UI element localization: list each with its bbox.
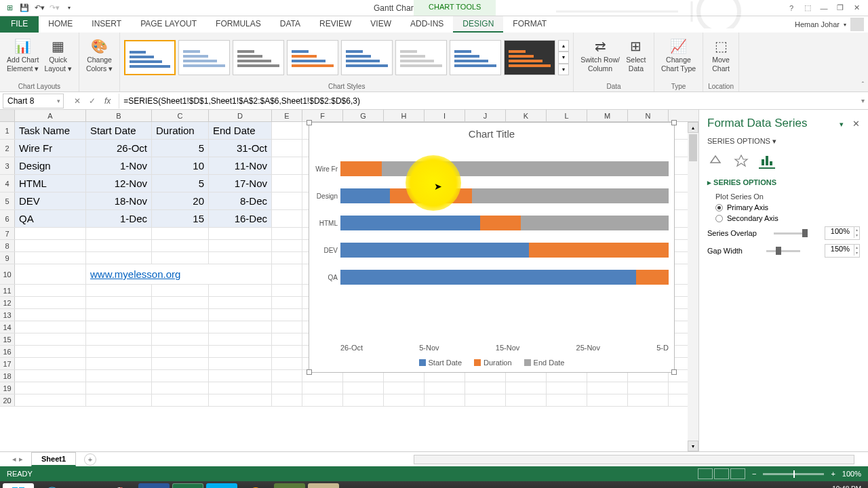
cell[interactable]: [209, 297, 272, 308]
series-startdate-bar[interactable]: [340, 243, 529, 258]
ribbon-options-icon[interactable]: ⬚: [800, 2, 815, 14]
cell[interactable]: [272, 382, 302, 394]
styles-scroll-up-icon[interactable]: ▴: [558, 40, 569, 52]
sheet-nav-prev-icon[interactable]: ◂: [12, 455, 16, 464]
cell[interactable]: [152, 321, 209, 333]
tab-design[interactable]: DESIGN: [453, 16, 503, 33]
row-header[interactable]: 13: [0, 309, 15, 321]
cell[interactable]: [152, 285, 209, 296]
zoom-in-icon[interactable]: +: [831, 470, 835, 478]
expand-formula-bar-icon[interactable]: ▾: [857, 97, 868, 104]
row-header[interactable]: 12: [0, 297, 15, 308]
hyperlink-cell[interactable]: www.myelesson.org: [86, 264, 272, 284]
sheet-tab-sheet1[interactable]: Sheet1: [31, 452, 76, 466]
select-data-button[interactable]: ⊞ Select Data: [623, 35, 650, 74]
cell[interactable]: [209, 394, 272, 406]
cell[interactable]: [152, 252, 209, 264]
cell[interactable]: 20: [152, 192, 209, 209]
cell[interactable]: [587, 394, 628, 406]
taskbar-chrome-icon[interactable]: [104, 483, 136, 488]
row-header[interactable]: 18: [0, 370, 15, 382]
row-header[interactable]: 2: [0, 140, 15, 157]
cell[interactable]: [272, 309, 302, 321]
styles-expand-icon[interactable]: ▾: [558, 64, 569, 75]
cell[interactable]: [15, 394, 86, 406]
primary-axis-radio[interactable]: Primary Axis: [715, 203, 860, 211]
cell[interactable]: [272, 228, 302, 239]
chart-style-3[interactable]: [233, 40, 284, 75]
tray-clock[interactable]: 10:48 PM10/28/2013: [827, 485, 865, 488]
cell[interactable]: End Date: [209, 122, 272, 139]
series-duration-bar[interactable]: [340, 161, 382, 176]
column-header[interactable]: M: [587, 110, 628, 121]
cell[interactable]: [628, 394, 669, 406]
enter-formula-icon[interactable]: ✓: [85, 96, 99, 106]
cell[interactable]: [209, 346, 272, 357]
cell[interactable]: [209, 321, 272, 333]
cell[interactable]: [384, 394, 425, 406]
cell[interactable]: [86, 333, 152, 345]
chart-style-8[interactable]: [504, 40, 555, 75]
scroll-up-icon[interactable]: ▴: [688, 122, 698, 133]
cell[interactable]: [15, 346, 86, 357]
gap-width-slider[interactable]: [766, 250, 800, 252]
row-header[interactable]: 15: [0, 333, 15, 345]
row-header[interactable]: 11: [0, 285, 15, 296]
cell[interactable]: [272, 122, 302, 139]
cell[interactable]: Design: [15, 157, 86, 174]
chart-style-7[interactable]: [450, 40, 501, 75]
cell[interactable]: HTML: [15, 175, 86, 192]
tab-insert[interactable]: INSERT: [82, 16, 131, 33]
series-enddate-bar[interactable]: [472, 188, 669, 203]
cell[interactable]: [86, 370, 152, 382]
page-break-view-icon[interactable]: [730, 468, 745, 479]
cell[interactable]: 26-Oct: [86, 140, 152, 157]
cell[interactable]: [209, 370, 272, 382]
restore-icon[interactable]: ❐: [833, 2, 848, 14]
series-startdate-bar[interactable]: [340, 216, 480, 230]
select-all-button[interactable]: [0, 110, 15, 121]
cell[interactable]: [15, 240, 86, 251]
chart-style-4[interactable]: [287, 40, 338, 75]
cell[interactable]: [343, 382, 384, 394]
cell[interactable]: Duration: [152, 122, 209, 139]
cell[interactable]: 18-Nov: [86, 192, 152, 209]
chart-style-1[interactable]: [124, 40, 176, 75]
cell[interactable]: 15: [152, 210, 209, 227]
taskbar-ie-icon[interactable]: ⓔ: [37, 483, 68, 488]
secondary-axis-radio[interactable]: Secondary Axis: [715, 214, 860, 222]
row-header[interactable]: 14: [0, 321, 15, 333]
cell[interactable]: QA: [15, 210, 86, 227]
row-header[interactable]: 6: [0, 210, 15, 227]
close-icon[interactable]: ✕: [849, 2, 864, 14]
cell[interactable]: [272, 321, 302, 333]
cell[interactable]: [15, 228, 86, 239]
cell[interactable]: 17-Nov: [209, 175, 272, 192]
cell[interactable]: [209, 252, 272, 264]
series-duration-bar[interactable]: [480, 216, 521, 230]
x-axis[interactable]: 26-Oct 5-Nov 15-Nov 25-Nov 5-D: [340, 344, 669, 352]
cell[interactable]: [15, 264, 86, 284]
chart-style-5[interactable]: [341, 40, 393, 75]
row-header[interactable]: 9: [0, 252, 15, 264]
chart-style-2[interactable]: [178, 40, 230, 75]
taskbar-outlook-icon[interactable]: O: [138, 483, 170, 488]
save-icon[interactable]: 💾: [19, 3, 30, 14]
cell[interactable]: Start Date: [86, 122, 152, 139]
legend-item[interactable]: Duration: [474, 359, 512, 367]
chart-handle[interactable]: [307, 120, 312, 125]
normal-view-icon[interactable]: [698, 468, 713, 479]
cell[interactable]: [209, 240, 272, 251]
cell[interactable]: [272, 285, 302, 296]
tab-view[interactable]: VIEW: [361, 16, 401, 33]
cell[interactable]: [152, 228, 209, 239]
cell[interactable]: [272, 210, 302, 227]
close-pane-icon[interactable]: ✕: [852, 119, 860, 129]
cell[interactable]: [152, 382, 209, 394]
cell[interactable]: [272, 394, 302, 406]
cell[interactable]: [272, 157, 302, 174]
cell[interactable]: [86, 285, 152, 296]
column-header[interactable]: K: [506, 110, 547, 121]
cancel-formula-icon[interactable]: ✕: [71, 96, 84, 106]
column-header[interactable]: B: [86, 110, 152, 121]
